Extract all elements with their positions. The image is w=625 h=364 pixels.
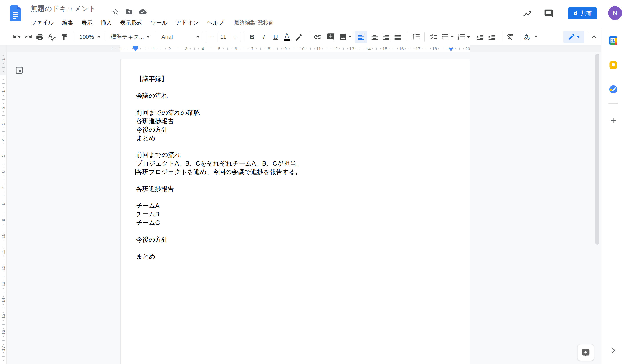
document-text[interactable]: 【議事録】 会議の流れ 前回までの流れの確認各班進捗報告今後の方針まとめ 前回ま… [136,75,454,261]
cloud-saved-icon[interactable] [139,8,147,16]
collapse-toolbar-button[interactable] [589,31,600,43]
ruler-number: 7 [1,186,6,189]
decrease-indent-button[interactable] [474,31,486,43]
ruler-number: 4 [202,46,204,51]
add-addon-icon[interactable] [609,117,617,125]
add-comment-button[interactable] [325,31,336,43]
google-calendar-icon[interactable]: 31 [608,35,618,46]
menu-item-6[interactable]: アドオン [176,19,199,27]
star-icon[interactable] [112,8,120,16]
toolbar-separator [520,32,520,41]
side-panel: 31 [601,29,625,364]
doc-line-13: 各班進捗報告 [136,184,454,193]
ruler-tick [455,48,456,49]
text-color-button[interactable]: A [281,31,293,43]
highlight-color-button[interactable] [293,31,305,43]
ruler-tick [443,48,443,50]
ruler-tick [331,48,331,49]
paint-format-button[interactable] [59,31,70,43]
menu-item-2[interactable]: 表示 [81,19,93,27]
right-indent-marker[interactable] [449,48,453,51]
ruler-number: 5 [1,154,6,157]
ruler-tick [426,48,426,50]
last-edit-link[interactable]: 最終編集: 数秒前 [234,19,274,26]
numbered-list-button[interactable] [456,31,471,43]
comment-history-icon[interactable] [544,8,554,19]
editing-mode-button[interactable] [563,31,584,43]
doc-line-6: 今後の方針 [136,125,454,134]
align-justify-button[interactable] [392,31,403,43]
google-docs-logo-icon[interactable] [10,5,21,21]
ruler-number: 7 [251,46,254,51]
clear-formatting-button[interactable] [504,31,516,43]
ruler-tick [294,48,294,50]
decrease-font-size-button[interactable]: − [206,32,217,42]
ruler-tick [463,48,464,49]
align-right-button[interactable] [380,31,392,43]
ruler-tick [2,356,4,357]
menu-item-7[interactable]: ヘルプ [207,19,224,27]
left-indent-marker[interactable] [133,48,138,51]
increase-indent-button[interactable] [486,31,498,43]
document-title[interactable]: 無題のドキュメント [30,4,96,14]
ruler-tick [265,48,265,49]
menu-item-5[interactable]: ツール [150,19,168,27]
ruler-tick [2,360,4,361]
bold-button[interactable]: B [247,31,258,43]
underline-button[interactable]: U [270,31,281,43]
font-size-value[interactable]: 11 [217,32,229,42]
google-keep-icon[interactable] [609,61,618,70]
menu-item-1[interactable]: 編集 [62,19,73,27]
ruler-number: 2 [1,106,6,109]
menu-item-4[interactable]: 表示形式 [120,19,142,27]
document-page[interactable]: 【議事録】 会議の流れ 前回までの流れの確認各班進捗報告今後の方針まとめ 前回ま… [121,59,470,364]
ruler-tick [459,48,460,50]
increase-font-size-button[interactable]: + [229,32,241,42]
doc-line-4: 前回までの流れの確認 [136,108,454,117]
ruler-tick [157,48,157,49]
ruler-tick [2,312,4,313]
google-tasks-icon[interactable] [609,85,618,94]
checklist-button[interactable] [428,31,439,43]
ruler-tick [310,48,311,50]
explore-button[interactable] [577,344,594,361]
align-left-button[interactable] [355,31,367,43]
bullet-list-button[interactable] [440,31,455,43]
undo-button[interactable] [11,31,23,43]
zoom-select[interactable]: 100% [77,31,103,43]
print-button[interactable] [34,31,46,43]
first-line-indent-marker[interactable] [133,46,138,48]
ruler-number: 1 [1,90,6,93]
ruler-tick [405,48,406,49]
insert-image-button[interactable] [338,31,353,43]
vertical-scrollbar[interactable] [595,54,599,245]
ruler-tick [194,48,195,50]
line-spacing-button[interactable] [411,31,422,43]
doc-line-18 [136,227,454,235]
menu-item-3[interactable]: 挿入 [100,19,112,27]
align-center-button[interactable] [369,31,380,43]
move-folder-icon[interactable] [125,8,133,16]
italic-button[interactable]: I [258,31,270,43]
doc-line-9: 前回までの流れ [136,151,454,159]
chevron-down-icon [450,36,454,38]
spellcheck-button[interactable] [46,31,57,43]
ruler-tick [343,48,344,50]
hide-side-panel-icon[interactable] [610,347,617,354]
ruler-tick [2,336,4,337]
font-select[interactable]: Arial [159,31,202,43]
input-tools-button[interactable]: あ [522,31,539,43]
redo-button[interactable] [23,31,34,43]
share-button[interactable]: 共有 [568,7,597,19]
menu-item-0[interactable]: ファイル [31,19,54,27]
paragraph-style-select[interactable]: 標準テキス... [109,31,152,43]
account-avatar[interactable]: N [608,6,622,20]
ruler-tick [327,48,327,50]
ruler-tick [409,48,410,50]
ruler-tick [248,48,249,49]
document-outline-icon[interactable] [15,66,24,75]
doc-line-0: 【議事録】 [136,75,454,83]
insert-link-button[interactable] [312,31,323,43]
ruler-margin-number: 1 [1,58,6,61]
activity-trend-icon[interactable] [523,9,533,19]
